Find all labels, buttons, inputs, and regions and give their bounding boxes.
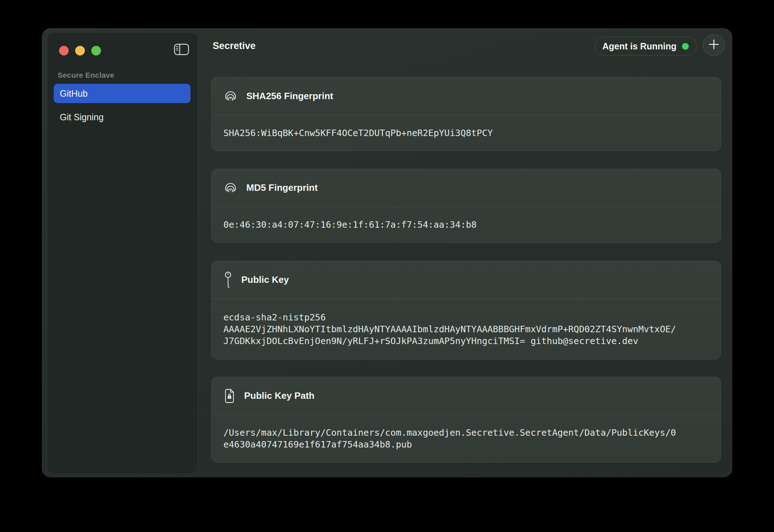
close-button[interactable] bbox=[59, 46, 69, 55]
sidebar-item-github[interactable]: GitHub bbox=[54, 84, 190, 103]
card-value-area: SHA256:WiBqBK+Cnw5KFF4OCeT2DUTqPb+neR2Ep… bbox=[212, 115, 721, 151]
public-key-path-value: /Users/max/Library/Containers/com.maxgoe… bbox=[223, 427, 678, 450]
public-key-path-card: Public Key Path /Users/max/Library/Conta… bbox=[211, 377, 721, 463]
public-key-value: ecdsa-sha2-nistp256 AAAAE2VjZHNhLXNoYTIt… bbox=[223, 311, 678, 347]
minimize-button[interactable] bbox=[75, 46, 85, 55]
key-icon bbox=[224, 271, 232, 289]
sidebar-item-git-signing[interactable]: Git Signing bbox=[54, 107, 190, 127]
card-title: Public Key bbox=[241, 274, 289, 285]
card-header: SHA256 Fingerprint bbox=[212, 77, 721, 115]
card-title: Public Key Path bbox=[244, 390, 315, 401]
public-key-card: Public Key ecdsa-sha2-nistp256 AAAAE2VjZ… bbox=[211, 261, 721, 359]
agent-status-label: Agent is Running bbox=[603, 41, 677, 52]
page-title: Secretive bbox=[213, 40, 256, 52]
sidebar-item-label: GitHub bbox=[60, 88, 88, 99]
sha256-fingerprint-card: SHA256 Fingerprint SHA256:WiBqBK+Cnw5KFF… bbox=[211, 77, 721, 151]
card-value-area: /Users/max/Library/Containers/com.maxgoe… bbox=[212, 415, 721, 462]
zoom-button[interactable] bbox=[91, 46, 101, 55]
fingerprint-icon bbox=[224, 90, 237, 103]
app-window: Secure Enclave GitHub Git Signing Secret… bbox=[42, 28, 732, 477]
sidebar: Secure Enclave GitHub Git Signing bbox=[47, 32, 198, 474]
md5-fingerprint-value: 0e:46:30:a4:07:47:16:9e:1f:61:7a:f7:54:a… bbox=[223, 219, 678, 231]
add-key-button[interactable] bbox=[703, 34, 725, 56]
sidebar-item-label: Git Signing bbox=[60, 112, 103, 122]
md5-fingerprint-card: MD5 Fingerprint 0e:46:30:a4:07:47:16:9e:… bbox=[211, 169, 721, 243]
card-title: SHA256 Fingerprint bbox=[246, 91, 333, 102]
card-header: Public Key bbox=[212, 261, 721, 299]
sidebar-toggle-icon bbox=[174, 44, 189, 57]
toggle-sidebar-button[interactable] bbox=[174, 44, 189, 57]
plus-icon bbox=[708, 38, 720, 52]
fingerprint-icon bbox=[224, 181, 237, 195]
card-header: MD5 Fingerprint bbox=[212, 169, 721, 207]
agent-status-badge[interactable]: Agent is Running bbox=[595, 37, 697, 55]
sha256-fingerprint-value: SHA256:WiBqBK+Cnw5KFF4OCeT2DUTqPb+neR2Ep… bbox=[223, 127, 678, 139]
card-value-area: ecdsa-sha2-nistp256 AAAAE2VjZHNhLXNoYTIt… bbox=[212, 299, 721, 359]
agent-running-dot-icon bbox=[682, 43, 689, 50]
doc-lock-icon bbox=[224, 388, 235, 403]
card-header: Public Key Path bbox=[212, 377, 721, 415]
card-title: MD5 Fingerprint bbox=[246, 182, 318, 193]
card-value-area: 0e:46:30:a4:07:47:16:9e:1f:61:7a:f7:54:a… bbox=[212, 207, 721, 242]
sidebar-section-label: Secure Enclave bbox=[58, 71, 114, 79]
